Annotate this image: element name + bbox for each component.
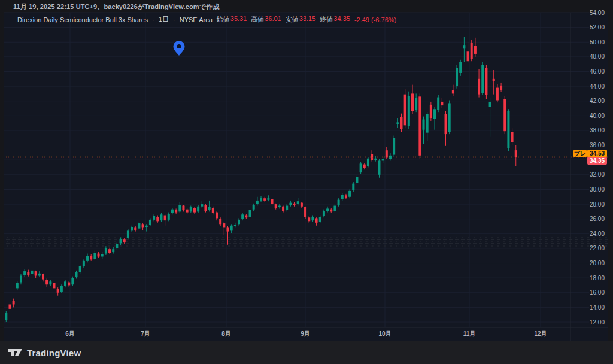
svg-text:11月: 11月 <box>463 330 476 337</box>
svg-text:16.00: 16.00 <box>590 289 605 296</box>
tradingview-logo-text: TradingView <box>27 348 81 358</box>
tradingview-snapshot: { "header": { "timestamp": "11月 19, 2025… <box>0 0 613 364</box>
svg-text:12月: 12月 <box>534 330 547 337</box>
premarket-badge-label: プレ <box>573 150 587 157</box>
price-chart[interactable]: 12.0014.0016.0018.0020.0022.0024.0026.00… <box>0 0 613 364</box>
low-label: 安値 <box>286 15 299 24</box>
interval-label[interactable]: 1日 <box>159 15 169 24</box>
svg-text:48.00: 48.00 <box>590 53 605 60</box>
candles <box>5 37 517 322</box>
svg-text:18.00: 18.00 <box>590 275 605 281</box>
ohlc-open: 始値 35.31 <box>217 15 247 24</box>
open-label: 始値 <box>217 15 230 24</box>
svg-text:54.00: 54.00 <box>590 10 605 16</box>
symbol-legend: Direxion Daily Semiconductor Bull 3x Sha… <box>17 15 396 24</box>
svg-text:26.00: 26.00 <box>590 216 605 222</box>
svg-text:10月: 10月 <box>378 330 391 337</box>
svg-text:20.00: 20.00 <box>590 260 605 266</box>
svg-text:44.00: 44.00 <box>590 83 605 90</box>
symbol-title[interactable]: Direxion Daily Semiconductor Bull 3x Sha… <box>17 16 148 23</box>
axis-separators <box>4 13 608 341</box>
svg-text:12.00: 12.00 <box>590 319 605 326</box>
svg-text:7月: 7月 <box>141 330 150 337</box>
time-axis-labels[interactable]: 6月7月8月9月10月11月12月 <box>65 330 547 337</box>
ohlc-close: 終値 34.35 <box>320 15 350 24</box>
svg-text:50.00: 50.00 <box>590 39 605 46</box>
svg-text:9月: 9月 <box>301 330 310 337</box>
svg-text:42.00: 42.00 <box>590 98 605 104</box>
legend-separator: · <box>173 16 175 23</box>
ohlc-high: 高値 36.01 <box>251 15 281 24</box>
bottom-bar: TradingView <box>0 341 613 364</box>
legend-separator: · <box>152 16 154 23</box>
tradingview-logo-icon <box>7 347 23 358</box>
price-axis-labels[interactable]: 12.0014.0016.0018.0020.0022.0024.0026.00… <box>590 10 605 326</box>
low-value: 33.15 <box>299 15 316 24</box>
tradingview-logo[interactable]: TradingView <box>7 347 81 358</box>
svg-text:36.00: 36.00 <box>590 142 605 148</box>
svg-text:52.00: 52.00 <box>590 24 605 31</box>
open-value: 35.31 <box>230 15 247 24</box>
watermark-band <box>4 236 608 247</box>
svg-text:22.00: 22.00 <box>590 245 605 251</box>
change-value: -2.49 (-6.76%) <box>354 16 396 23</box>
map-pin-marker[interactable] <box>174 41 185 56</box>
svg-text:30.00: 30.00 <box>590 186 605 193</box>
svg-text:38.00: 38.00 <box>590 127 605 134</box>
close-value: 34.35 <box>333 15 350 24</box>
svg-text:14.00: 14.00 <box>590 304 605 311</box>
svg-text:8月: 8月 <box>221 330 231 337</box>
snapshot-attribution: 11月 19, 2025 22:15 UTC+9、backy0226がTradi… <box>13 2 219 11</box>
exchange-label: NYSE Arca <box>180 16 213 23</box>
svg-text:32.00: 32.00 <box>590 171 605 178</box>
price-lines <box>4 156 608 157</box>
gridlines <box>4 13 589 327</box>
svg-text:28.00: 28.00 <box>590 201 605 208</box>
ohlc-low: 安値 33.15 <box>286 15 316 24</box>
high-value: 36.01 <box>265 15 281 24</box>
close-label: 終値 <box>320 15 333 24</box>
svg-text:40.00: 40.00 <box>590 113 605 119</box>
high-label: 高値 <box>251 15 264 24</box>
svg-text:24.00: 24.00 <box>590 230 605 237</box>
last-price-badge: 34.35 <box>587 157 607 165</box>
svg-text:46.00: 46.00 <box>590 68 605 75</box>
svg-text:6月: 6月 <box>65 330 75 337</box>
